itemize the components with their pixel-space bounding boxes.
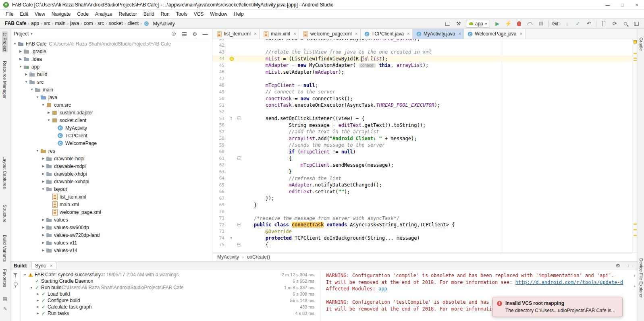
close-icon[interactable]: ×: [355, 31, 358, 37]
code-line-51[interactable]: 51 conctTask.executeOnExecutor(AsyncTask…: [212, 102, 632, 109]
tree-item-build[interactable]: ▶build: [10, 70, 212, 78]
tool-window-button-1-project[interactable]: 1: Project: [2, 31, 8, 52]
code-line-58[interactable]: 58 arrayList.add("Android Client: " + me…: [212, 135, 632, 142]
code-line-74[interactable]: 74↑ protected TCPClient doInBackground(S…: [212, 235, 632, 242]
code-line-75[interactable]: 75− {: [212, 242, 632, 249]
device-manager-icon[interactable]: [600, 20, 607, 27]
collapse-all-icon[interactable]: [181, 30, 188, 37]
editor-tab-myactivity-java[interactable]: CMyActivity.java×: [413, 29, 464, 39]
menu-item-run[interactable]: Run: [158, 10, 173, 18]
breadcrumb-item-client[interactable]: client: [127, 20, 139, 27]
code-line-59[interactable]: 59 //sends the message to the server: [212, 142, 632, 149]
tree-item-drawable-xxhdpi[interactable]: ▶drawable-xxhdpi: [10, 178, 212, 185]
search-everywhere-icon[interactable]: [622, 20, 629, 27]
chevron-down-icon[interactable]: ▼: [35, 149, 40, 153]
code-line-56[interactable]: 56 String message = editText.getText().t…: [212, 122, 632, 129]
menu-item-help[interactable]: Help: [231, 10, 247, 18]
layout-inspector-icon[interactable]: [444, 20, 451, 27]
menu-item-window[interactable]: Window: [207, 10, 231, 18]
code-line-69[interactable]: 69 }: [212, 202, 632, 209]
tree-item-src[interactable]: ▼src: [10, 78, 212, 86]
tool-window-button-favorites[interactable]: Favorites: [2, 268, 8, 288]
build-row-run-tasks[interactable]: ▶✓Run tasks4 s 83 ms: [21, 310, 320, 317]
code-line-61[interactable]: 61− {: [212, 155, 632, 162]
scroll-down-icon[interactable]: ↓: [633, 283, 636, 290]
logcat-icon[interactable]: ▤: [2, 296, 8, 302]
tree-item-res[interactable]: ▼res: [10, 147, 212, 155]
chevron-right-icon[interactable]: ▶: [40, 249, 46, 252]
chevron-down-icon[interactable]: ▼: [23, 273, 27, 276]
minimize-button[interactable]: —: [600, 0, 615, 9]
menu-item-edit[interactable]: Edit: [17, 10, 31, 18]
code-line-72[interactable]: 72− public class connectTask extends Asy…: [212, 222, 632, 228]
project-panel-title[interactable]: Project: [14, 31, 29, 37]
tree-item-layout[interactable]: ▼layout: [10, 185, 212, 193]
maximize-button[interactable]: □: [615, 0, 629, 9]
chevron-down-icon[interactable]: ▼: [40, 103, 46, 107]
inspection-status-icon[interactable]: [634, 40, 637, 43]
tree-item-list-item-xml[interactable]: list_item.xml: [10, 193, 212, 201]
tree-item-tcpclient[interactable]: CTCPClient: [10, 132, 212, 139]
tree-item-welcome-page-xml[interactable]: welcome_page.xml: [10, 208, 212, 216]
close-button[interactable]: ×: [629, 0, 644, 9]
filter-icon[interactable]: [13, 273, 18, 278]
warning-stripe-mark[interactable]: [634, 58, 637, 59]
code-line-45[interactable]: 45 mAdapter = new MyCustomAdapter( conte…: [212, 62, 632, 69]
build-row-load-build[interactable]: ▶✓Load build6 s 308 ms: [21, 291, 320, 297]
chevron-right-icon[interactable]: ▶: [35, 299, 40, 302]
chevron-right-icon[interactable]: ▶: [35, 305, 40, 309]
scroll-up-icon[interactable]: ↑: [633, 273, 636, 280]
code-line-57[interactable]: 57 //add the text in the arrayList: [212, 128, 632, 135]
hide-panel-icon[interactable]: —: [627, 262, 634, 269]
tree-item-main-xml[interactable]: main.xml: [10, 201, 212, 208]
chevron-right-icon[interactable]: ▶: [40, 218, 46, 222]
menu-item-view[interactable]: View: [31, 10, 48, 18]
breadcrumb-item-java[interactable]: java: [69, 20, 80, 27]
editor-tab-list-item-xml[interactable]: list_item.xml×: [213, 29, 260, 39]
warning-stripe-mark[interactable]: [634, 235, 637, 236]
code-line-63[interactable]: 63 }: [212, 168, 632, 175]
chevron-right-icon[interactable]: ▶: [40, 164, 46, 168]
code-line-64[interactable]: 64 //refresh the list: [212, 175, 632, 182]
editor-tab-tcpclient-java[interactable]: CTCPClient.java×: [361, 29, 413, 39]
tree-item-drawable-mdpi[interactable]: ▶drawable-mdpi: [10, 162, 212, 170]
code-line-65[interactable]: 65 mAdapter.notifyDataSetChanged();: [212, 182, 632, 188]
git-revert-icon[interactable]: ↶: [585, 20, 592, 27]
chevron-down-icon[interactable]: ▼: [18, 65, 23, 68]
breadcrumb-item-main[interactable]: main: [54, 20, 66, 27]
tree-item-values-sw720dp-land[interactable]: ▶values-sw720dp-land: [10, 231, 212, 239]
tree-item-fab-cafe[interactable]: ▼FAB CafeC:\Users\Ali Raza Shah\AndroidS…: [10, 40, 212, 48]
build-row-starting-gradle-daemon[interactable]: ✓Starting Gradle Daemon6 s 952 ms: [21, 278, 320, 284]
chevron-right-icon[interactable]: ▶: [18, 57, 23, 61]
close-icon[interactable]: ×: [50, 263, 53, 269]
chevron-down-icon[interactable]: ▼: [29, 286, 34, 289]
fold-icon[interactable]: −: [237, 223, 241, 226]
run-button[interactable]: ▶: [494, 20, 501, 27]
breadcrumb-item-com[interactable]: com: [83, 20, 94, 27]
warning-stripe-mark[interactable]: [634, 60, 637, 61]
tree-item-custom-adapter[interactable]: ▶custom.adapter: [10, 109, 212, 116]
code-line-48[interactable]: 48 mTcpClient = null;: [212, 82, 632, 89]
chevron-down-icon[interactable]: ▼: [12, 42, 18, 46]
code-line-42[interactable]: 42: [212, 42, 632, 49]
debug-icon[interactable]: [515, 20, 523, 27]
code-line-49[interactable]: 49 // connect to the server: [212, 89, 632, 95]
chevron-down-icon[interactable]: ▼: [35, 95, 40, 99]
code-line-60[interactable]: 60 if (mTcpClient != null): [212, 149, 632, 155]
profiler-icon[interactable]: [526, 20, 534, 27]
menu-item-navigate[interactable]: Navigate: [48, 10, 74, 18]
tree-item-main[interactable]: ▼main: [10, 86, 212, 93]
code-line-43[interactable]: 43 //relate the listView from java to th…: [212, 49, 632, 56]
close-icon[interactable]: ×: [293, 31, 296, 37]
override-marker-icon[interactable]: ↑: [230, 235, 233, 240]
chevron-right-icon[interactable]: ▶: [18, 50, 23, 53]
build-row-run-build[interactable]: ▼✓Run build C:\Users\Ali Raza Shah\Andro…: [21, 284, 320, 291]
git-update-icon[interactable]: ↓: [563, 20, 571, 27]
console-link[interactable]: app: [378, 286, 387, 292]
code-line-66[interactable]: 66 editText.setText("");: [212, 188, 632, 195]
code-line-53[interactable]: 53↑− send.setOnClickListener((view) → {: [212, 115, 632, 122]
build-hammer-icon[interactable]: ⚒: [455, 20, 462, 27]
tree-item-myactivity[interactable]: CMyActivity: [10, 124, 212, 132]
code-line-47[interactable]: 47: [212, 75, 632, 82]
tree-item-values-v14[interactable]: ▶values-v14: [10, 246, 212, 254]
